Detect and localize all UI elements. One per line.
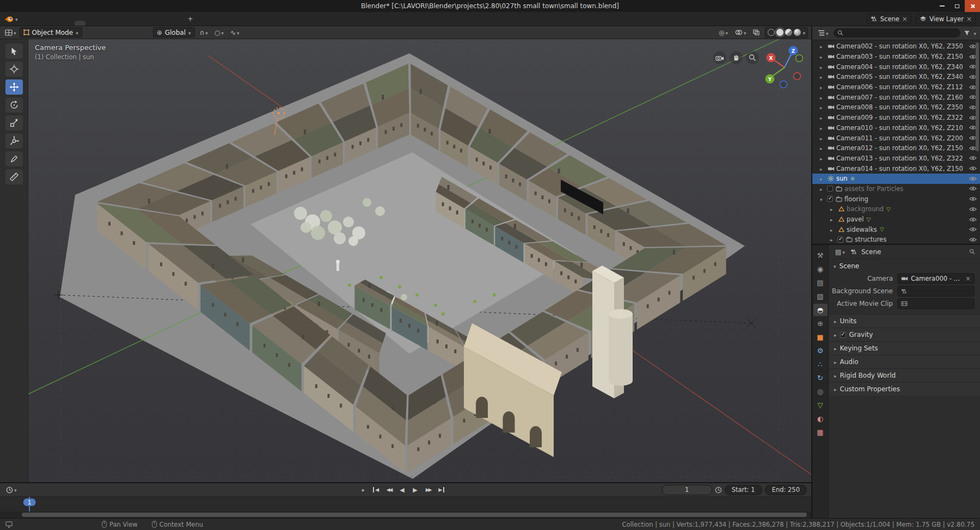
visibility-eye-icon[interactable] <box>969 176 977 181</box>
expand-arrow-icon[interactable] <box>820 73 825 81</box>
play-reverse-button[interactable] <box>396 485 408 495</box>
timeline-menu[interactable] <box>46 488 54 491</box>
outliner-item-name[interactable]: background <box>847 205 884 213</box>
viewport-canvas[interactable]: Camera Perspective (1) Collection | sun <box>28 39 811 482</box>
material-preview-button[interactable] <box>785 29 792 36</box>
outliner-row-camera013---sun-rotation-x0,-y62,-z322[interactable]: Camera013 - sun rotation X0, Y62, Z322 <box>812 153 980 164</box>
properties-tab-world[interactable]: ⊕ <box>813 317 828 330</box>
properties-tab-physics[interactable]: ↻ <box>813 372 828 384</box>
outliner-row-camera005---sun-rotation-x0,-y62,-z340[interactable]: Camera005 - sun rotation X0, Y62, Z340 <box>812 72 980 82</box>
properties-tab-output[interactable]: ▤ <box>813 276 828 289</box>
workspace-tab[interactable] <box>118 21 129 26</box>
workspace-tab[interactable] <box>140 21 151 26</box>
properties-panel-header[interactable]: Units <box>829 314 980 328</box>
workspace-tab[interactable] <box>85 21 96 26</box>
mode-dropdown[interactable]: Object Mode <box>20 27 82 38</box>
timeline-scrollbar-thumb[interactable] <box>22 513 807 517</box>
wireframe-shading-button[interactable] <box>768 29 775 36</box>
app-menu[interactable] <box>48 17 57 21</box>
viewport-menu[interactable] <box>93 31 101 34</box>
outliner-row-assets-for-particles[interactable]: assets for Particles <box>812 184 980 194</box>
properties-panel-header[interactable]: Custom Properties <box>829 382 980 396</box>
outliner-row-camera009---sun-rotation-x0,-y62,-z322[interactable]: Camera009 - sun rotation X0, Y62, Z322 <box>812 113 980 123</box>
visibility-eye-icon[interactable] <box>969 156 977 161</box>
background-scene-field[interactable] <box>897 286 975 297</box>
expand-arrow-icon[interactable] <box>820 83 825 91</box>
outliner-scrollbar[interactable] <box>976 42 979 151</box>
properties-editor-button[interactable]: ▤ <box>834 248 847 256</box>
outliner-row-camera012---sun-rotation-x0,-y62,-z150[interactable]: Camera012 - sun rotation X0, Y62, Z150 <box>812 143 980 153</box>
workspace-tab[interactable] <box>129 21 140 26</box>
rendered-shading-button[interactable] <box>794 29 801 36</box>
expand-arrow-icon[interactable] <box>820 114 825 121</box>
visibility-eye-icon[interactable] <box>969 166 977 171</box>
expand-arrow-icon[interactable] <box>820 103 825 111</box>
properties-tab-render[interactable]: ◉ <box>813 263 828 275</box>
properties-panel-header[interactable]: Gravity <box>829 328 980 341</box>
workspace-tab[interactable] <box>75 21 85 26</box>
outliner-item-name[interactable]: Camera013 - sun rotation X0, Y62, Z322 <box>836 155 963 162</box>
workspace-tab[interactable] <box>151 21 162 26</box>
camera-view-button[interactable] <box>713 51 726 64</box>
frame-end-field[interactable]: End: 250 <box>765 485 807 495</box>
expand-arrow-icon[interactable] <box>830 236 836 243</box>
snap-toggle[interactable]: ∩ <box>198 29 210 36</box>
expand-arrow-icon[interactable] <box>820 165 825 172</box>
properties-panel-header[interactable]: Rigid Body World <box>829 368 980 382</box>
outliner-item-name[interactable]: Camera010 - sun rotation X0, Y62, Z210 <box>836 124 963 132</box>
expand-arrow-icon[interactable] <box>820 155 825 162</box>
visibility-eye-icon[interactable] <box>969 186 977 191</box>
rotate-tool[interactable] <box>5 97 23 113</box>
play-button[interactable] <box>409 485 421 495</box>
scene-selector[interactable]: Scene <box>867 14 911 24</box>
visibility-eye-icon[interactable] <box>969 217 977 222</box>
blender-logo-icon[interactable] <box>4 15 18 23</box>
add-workspace-button[interactable]: + <box>184 14 197 24</box>
jump-to-end-button[interactable] <box>436 485 448 495</box>
chevron-down-icon[interactable] <box>803 29 805 36</box>
visibility-eye-icon[interactable] <box>969 196 977 201</box>
jump-to-start-button[interactable] <box>370 485 382 495</box>
app-menu[interactable] <box>22 17 30 21</box>
outliner-item-name[interactable]: sidewalks <box>847 226 877 233</box>
expand-arrow-icon[interactable] <box>820 134 825 142</box>
maximize-button[interactable] <box>950 0 965 12</box>
active-movie-clip-field[interactable] <box>897 298 975 309</box>
chevron-down-icon[interactable] <box>973 29 976 37</box>
workspace-tab[interactable] <box>96 21 107 26</box>
timeline-menu[interactable] <box>37 488 46 491</box>
collection-checkbox[interactable] <box>827 186 833 192</box>
timeline-ruler[interactable]: 1 <box>0 496 811 511</box>
viewport-menu[interactable] <box>84 31 93 34</box>
properties-tab-view-layer[interactable]: ▧ <box>813 290 828 303</box>
app-menu[interactable] <box>30 17 39 21</box>
properties-tab-tool[interactable]: ⚒ <box>813 249 828 262</box>
viewport-menu[interactable] <box>101 31 110 34</box>
properties-tab-modifiers[interactable]: ⚙ <box>813 344 828 357</box>
outliner-row-structures[interactable]: structures <box>812 235 980 244</box>
timeline-scrollbar[interactable] <box>0 511 811 518</box>
outliner-search-input[interactable] <box>834 28 961 38</box>
visibility-eye-icon[interactable] <box>969 227 977 232</box>
auto-keying-button[interactable] <box>357 485 369 495</box>
timeline-editor-button[interactable] <box>4 486 19 494</box>
outliner-item-name[interactable]: Camera014 - sun rotation X0, Y62, Z150 <box>836 165 963 172</box>
scene-panel-header[interactable]: Scene <box>829 259 980 272</box>
collection-checkbox[interactable] <box>827 196 833 202</box>
outliner-row-camera011---sun-rotation-x0,-y62,-z200[interactable]: Camera011 - sun rotation X0, Y62, Z200 <box>812 133 980 143</box>
camera-field[interactable]: Camera000 - sun ... <box>897 273 975 284</box>
close-button[interactable] <box>965 0 980 12</box>
outliner-row-flooring[interactable]: flooring <box>812 194 980 204</box>
outliner-item-name[interactable]: Camera007 - sun rotation X0, Y62, Z160 <box>836 94 963 101</box>
outliner-row-pavel[interactable]: pavel <box>812 214 980 225</box>
properties-tab-texture[interactable]: ▦ <box>813 426 828 439</box>
search-icon[interactable] <box>969 249 975 255</box>
next-keyframe-button[interactable] <box>422 485 434 495</box>
outliner-row-sidewalks[interactable]: sidewalks <box>812 224 980 235</box>
outliner-item-name[interactable]: flooring <box>844 195 868 203</box>
app-menu[interactable] <box>39 17 48 21</box>
outliner-item-name[interactable]: Camera008 - sun rotation X0, Y62, Z350 <box>836 103 963 111</box>
solid-shading-button[interactable] <box>776 29 783 36</box>
clear-camera-icon[interactable] <box>965 275 971 282</box>
timeline-menu[interactable] <box>20 488 28 491</box>
